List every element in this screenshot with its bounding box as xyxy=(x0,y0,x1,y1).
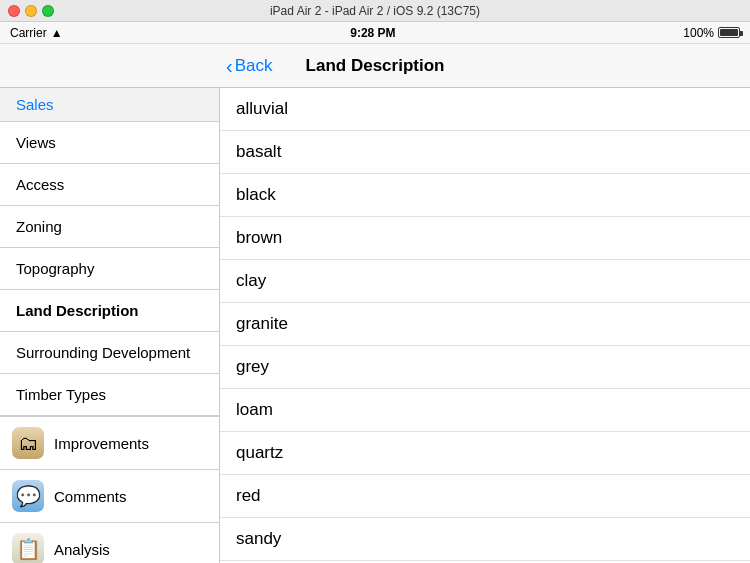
window-controls xyxy=(8,5,54,17)
chevron-left-icon: ‹ xyxy=(226,56,233,76)
wifi-icon: ▲ xyxy=(51,26,63,40)
list-item[interactable]: basalt xyxy=(220,131,750,174)
sidebar-item-access[interactable]: Access xyxy=(0,164,219,206)
battery-icon xyxy=(718,27,740,38)
list-item[interactable]: red xyxy=(220,475,750,518)
status-left: Carrier ▲ xyxy=(10,26,63,40)
list-item[interactable]: granite xyxy=(220,303,750,346)
maximize-button[interactable] xyxy=(42,5,54,17)
list-item[interactable]: brown xyxy=(220,217,750,260)
list-area: alluvialbasaltblackbrownclaygranitegreyl… xyxy=(220,88,750,563)
list-item[interactable]: alluvial xyxy=(220,88,750,131)
sidebar-item-zoning[interactable]: Zoning xyxy=(0,206,219,248)
sidebar: Sales Views Access Zoning Topography Lan… xyxy=(0,88,220,563)
window-title: iPad Air 2 - iPad Air 2 / iOS 9.2 (13C75… xyxy=(270,4,480,18)
carrier-label: Carrier xyxy=(10,26,47,40)
status-right: 100% xyxy=(683,26,740,40)
nav-title: Land Description xyxy=(306,56,445,76)
sidebar-item-comments[interactable]: 💬 Comments xyxy=(0,470,219,523)
comments-icon: 💬 xyxy=(12,480,44,512)
analysis-icon: 📋 xyxy=(12,533,44,563)
list-item[interactable]: grey xyxy=(220,346,750,389)
main-content: Sales Views Access Zoning Topography Lan… xyxy=(0,88,750,563)
improvements-icon: 🗂 xyxy=(12,427,44,459)
sidebar-item-analysis[interactable]: 📋 Analysis xyxy=(0,523,219,563)
status-time: 9:28 PM xyxy=(350,26,395,40)
nav-bar: ‹ Back Land Description xyxy=(0,44,750,88)
sidebar-item-surrounding-development[interactable]: Surrounding Development xyxy=(0,332,219,374)
title-bar: iPad Air 2 - iPad Air 2 / iOS 9.2 (13C75… xyxy=(0,0,750,22)
sidebar-item-views[interactable]: Views xyxy=(0,122,219,164)
list-item[interactable]: black xyxy=(220,174,750,217)
sidebar-item-land-description[interactable]: Land Description xyxy=(0,290,219,332)
sidebar-nav-items: Views Access Zoning Topography Land Desc… xyxy=(0,122,219,416)
battery-percent: 100% xyxy=(683,26,714,40)
sidebar-item-topography[interactable]: Topography xyxy=(0,248,219,290)
list-item[interactable]: clay xyxy=(220,260,750,303)
back-label: Back xyxy=(235,56,273,76)
sidebar-item-improvements[interactable]: 🗂 Improvements xyxy=(0,417,219,470)
sidebar-item-timber-types[interactable]: Timber Types xyxy=(0,374,219,416)
close-button[interactable] xyxy=(8,5,20,17)
list-item[interactable]: loam xyxy=(220,389,750,432)
list-item[interactable]: sandy xyxy=(220,518,750,561)
status-bar: Carrier ▲ 9:28 PM 100% xyxy=(0,22,750,44)
back-button[interactable]: ‹ Back xyxy=(220,56,272,76)
list-item[interactable]: quartz xyxy=(220,432,750,475)
minimize-button[interactable] xyxy=(25,5,37,17)
sidebar-sales-link[interactable]: Sales xyxy=(0,88,219,122)
